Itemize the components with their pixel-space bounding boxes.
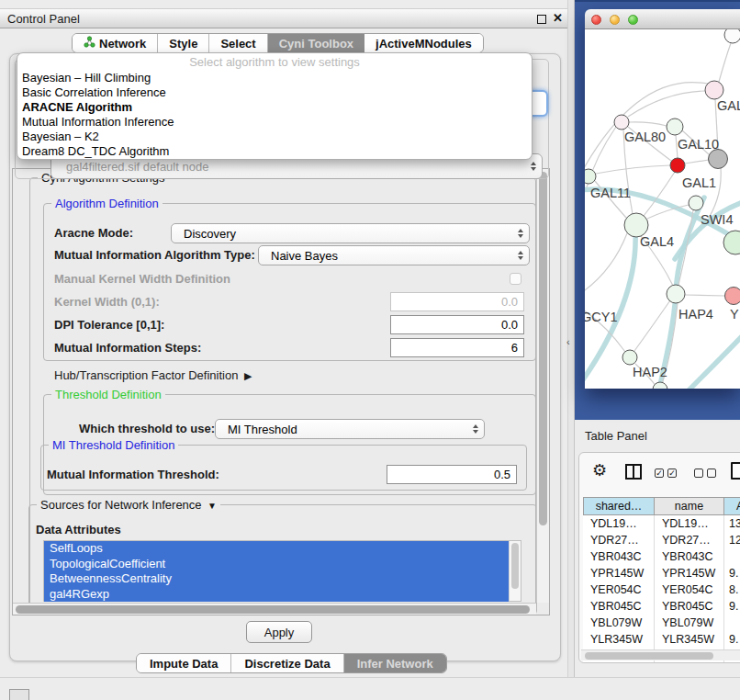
collapsed-panel-icon[interactable] xyxy=(9,689,29,700)
which-threshold-combobox[interactable]: MI Threshold xyxy=(215,419,485,439)
table-cell[interactable]: 13 xyxy=(724,515,740,532)
table-cell[interactable]: YBR043C xyxy=(583,548,655,565)
table-cell[interactable]: 12 xyxy=(724,532,740,548)
aracne-mode-combobox[interactable]: Discovery xyxy=(171,223,530,243)
table-cell[interactable] xyxy=(724,548,740,565)
network-node[interactable] xyxy=(709,150,728,169)
minimize-traffic-light-icon[interactable] xyxy=(610,15,620,25)
column-header-shared-name[interactable]: shared… xyxy=(583,497,655,515)
table-cell[interactable]: YPR145W xyxy=(583,565,655,581)
manual-kernel-checkbox[interactable] xyxy=(510,273,521,285)
zoom-traffic-light-icon[interactable] xyxy=(628,15,638,25)
settings-horizontal-scrollbar[interactable] xyxy=(13,603,536,615)
attribute-list-scrollbar[interactable] xyxy=(509,541,521,601)
network-node[interactable] xyxy=(622,350,637,365)
hub-definition-toggle[interactable]: Hub/Transcription Factor Definition ▶ xyxy=(54,368,252,382)
network-node[interactable] xyxy=(724,29,740,43)
deselect-all-columns-icon[interactable] xyxy=(694,469,716,478)
network-node[interactable] xyxy=(670,158,685,173)
float-window-icon[interactable] xyxy=(537,15,546,24)
algorithm-item[interactable]: Basic Correlation Inference xyxy=(17,85,532,100)
table-cell[interactable] xyxy=(724,615,740,631)
tab-discretize-data[interactable]: Discretize Data xyxy=(231,654,343,672)
attribute-item[interactable]: SelfLoops xyxy=(44,541,509,557)
table-cell[interactable]: YER054C xyxy=(655,581,724,598)
network-node[interactable] xyxy=(585,169,596,184)
table-cell[interactable]: 8. xyxy=(724,581,740,598)
table-cell[interactable]: YER054C xyxy=(583,581,655,598)
tab-impute-data[interactable]: Impute Data xyxy=(137,654,231,672)
table-cell[interactable]: YBR043C xyxy=(655,548,724,565)
table-row[interactable]: YDR27…YDR27…12 xyxy=(583,532,740,548)
table-cell[interactable]: YDR27… xyxy=(655,532,724,548)
network-node[interactable] xyxy=(705,81,723,99)
table-cell[interactable]: YPR145W xyxy=(655,565,724,581)
select-all-columns-icon[interactable]: ✓✓ xyxy=(655,469,677,478)
tab-infer-network[interactable]: Infer Network xyxy=(344,654,446,672)
settings-vertical-scrollbar[interactable] xyxy=(536,169,549,603)
table-horizontal-scrollbar[interactable] xyxy=(581,649,740,660)
algorithm-item[interactable]: Bayesian – K2 xyxy=(17,130,532,144)
column-header-clipped[interactable]: A xyxy=(724,497,740,515)
network-edge[interactable] xyxy=(684,333,740,389)
table-cell[interactable]: YBR045C xyxy=(655,598,724,615)
table-cell[interactable]: YDL19… xyxy=(655,515,724,532)
attribute-item[interactable]: gal4RGexp xyxy=(44,587,509,603)
tab-style[interactable]: Style xyxy=(158,34,209,52)
dpi-tolerance-field[interactable]: 0.0 xyxy=(390,315,524,334)
table-row[interactable]: YLR345WYLR345W9. xyxy=(583,631,740,648)
network-node[interactable] xyxy=(667,285,685,303)
table-cell[interactable]: YDR27… xyxy=(583,532,655,548)
file-icon[interactable] xyxy=(731,462,740,480)
table-row[interactable]: YBR043CYBR043C xyxy=(583,548,740,565)
table-row[interactable]: YER054CYER054C8. xyxy=(583,581,740,598)
network-edge[interactable] xyxy=(585,233,627,298)
table-cell[interactable]: YBL079W xyxy=(655,615,724,631)
divider-grip-icon[interactable]: ‹ xyxy=(566,336,570,347)
table-row[interactable]: YBL079WYBL079W xyxy=(583,615,740,631)
algorithm-item[interactable]: Bayesian – Hill Climbing xyxy=(17,71,532,85)
network-edge[interactable] xyxy=(634,300,670,351)
table-row[interactable]: YDL19…YDL19…13 xyxy=(583,515,740,532)
network-edge[interactable] xyxy=(596,165,670,174)
attribute-item[interactable]: TopologicalCoefficient xyxy=(44,557,509,572)
apply-button[interactable]: Apply xyxy=(246,621,312,643)
table-cell[interactable]: 9. xyxy=(724,631,740,648)
network-edge[interactable] xyxy=(719,43,731,82)
table-cell[interactable]: YLR345W xyxy=(583,631,655,648)
sources-group-title[interactable]: Sources for Network Inference ▼ xyxy=(37,498,220,512)
mi-algorithm-type-combobox[interactable]: Naive Bayes xyxy=(258,245,530,265)
table-cell[interactable]: YBL079W xyxy=(583,615,655,631)
network-edge[interactable] xyxy=(685,160,709,164)
table-row[interactable]: YBR045CYBR045C9. xyxy=(583,598,740,615)
network-edge[interactable] xyxy=(685,295,724,296)
gear-icon[interactable]: ⚙ xyxy=(592,462,607,479)
table-cell[interactable]: 9. xyxy=(724,598,740,615)
tab-select[interactable]: Select xyxy=(209,34,267,52)
mi-steps-field[interactable]: 6 xyxy=(390,338,524,357)
algorithm-item[interactable]: ARACNE Algorithm xyxy=(17,100,532,115)
table-cell[interactable]: YLR345W xyxy=(655,631,724,648)
algorithm-item[interactable]: Dream8 DC_TDC Algorithm xyxy=(17,144,532,159)
table-cell[interactable]: YBR045C xyxy=(583,598,655,615)
table-cell[interactable]: 9. xyxy=(724,565,740,581)
close-icon[interactable]: ✕ xyxy=(553,11,563,25)
close-traffic-light-icon[interactable] xyxy=(591,15,601,25)
network-node[interactable] xyxy=(614,115,629,130)
network-edge[interactable] xyxy=(629,122,667,126)
tab-jactivemnodules[interactable]: jActiveMNodules xyxy=(364,34,483,52)
network-window-titlebar[interactable] xyxy=(585,9,740,29)
network-edge[interactable] xyxy=(628,91,705,117)
tab-cyni-toolbox[interactable]: Cyni Toolbox xyxy=(268,34,364,52)
network-canvas[interactable]: GAL7GAL80GAL10GAL1GAL11SWI4GAL4HAP4YGCY1… xyxy=(585,29,740,389)
tab-network[interactable]: Network xyxy=(73,34,158,52)
attribute-item[interactable]: BetweennessCentrality xyxy=(44,571,509,587)
mi-threshold-field[interactable]: 0.5 xyxy=(387,465,517,484)
network-node[interactable] xyxy=(725,288,740,305)
table-cell[interactable]: YDL19… xyxy=(583,515,655,532)
table-row[interactable]: YPR145WYPR145W9. xyxy=(583,565,740,581)
split-columns-icon[interactable] xyxy=(625,464,642,480)
network-node[interactable] xyxy=(667,119,683,135)
column-header-name[interactable]: name xyxy=(655,497,724,515)
network-node[interactable] xyxy=(689,196,703,210)
